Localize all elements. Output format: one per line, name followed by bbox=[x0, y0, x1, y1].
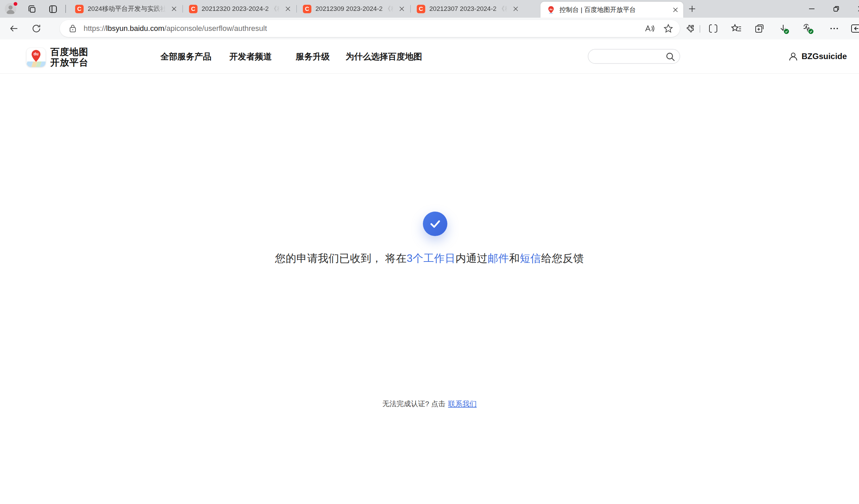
url-path: /apiconsole/userflow/authresult bbox=[164, 24, 267, 33]
workspaces-button[interactable] bbox=[27, 4, 37, 14]
back-button[interactable] bbox=[9, 23, 19, 34]
browser-tab-4[interactable]: C 20212307 2023-2024-2 《移动平 bbox=[411, 0, 524, 18]
tab-title: 20212320 2023-2024-2 《移动平 bbox=[201, 4, 282, 13]
check-icon bbox=[428, 217, 442, 231]
close-icon bbox=[857, 5, 859, 12]
message-part: 给您反馈 bbox=[541, 252, 584, 264]
logo-pin-text: du bbox=[27, 52, 46, 57]
tab-title: 2024移动平台开发与实践社区-CS bbox=[88, 4, 168, 13]
sidebar-panel-button[interactable] bbox=[850, 23, 859, 34]
message-part: 和 bbox=[509, 252, 520, 264]
ellipsis-icon bbox=[830, 24, 839, 33]
nav-why-baidu-map[interactable]: 为什么选择百度地图 bbox=[346, 40, 422, 73]
toolbar-divider bbox=[699, 25, 700, 33]
baidu-map-favicon: du bbox=[547, 5, 555, 14]
help-note: 无法完成认证? 点击联系我们 bbox=[0, 399, 859, 409]
split-screen-icon bbox=[708, 24, 718, 33]
nav-developer-channel[interactable]: 开发者频道 bbox=[229, 40, 272, 73]
refresh-button[interactable] bbox=[31, 23, 42, 34]
minimize-button[interactable] bbox=[801, 0, 823, 18]
refresh-icon bbox=[32, 24, 41, 33]
csdn-favicon: C bbox=[189, 5, 197, 13]
plus-icon bbox=[688, 5, 696, 13]
tab-actions-button[interactable] bbox=[48, 4, 58, 14]
svg-text:du: du bbox=[549, 7, 553, 11]
message-part: 您的申请我们已收到， 将在 bbox=[275, 252, 407, 264]
favorites-button[interactable] bbox=[731, 23, 742, 34]
new-tab-button[interactable] bbox=[687, 4, 697, 14]
minimize-icon bbox=[808, 5, 815, 12]
message-link-workdays[interactable]: 3个工作日 bbox=[407, 252, 455, 264]
restore-icon bbox=[833, 5, 840, 12]
tab-title: 20212309 2023-2024-2 《移动平 bbox=[315, 4, 395, 13]
browser-tab-1[interactable]: C 2024移动平台开发与实践社区-CS bbox=[70, 0, 182, 18]
csdn-favicon: C bbox=[75, 5, 84, 13]
collections-button[interactable] bbox=[754, 23, 765, 34]
nav-all-products[interactable]: 全部服务产品 bbox=[161, 40, 211, 73]
site-security-icon[interactable] bbox=[69, 24, 77, 33]
message-part: 内通过 bbox=[455, 252, 488, 264]
collections-icon bbox=[755, 24, 764, 33]
browser-toolbar: https://lbsyun.baidu.com/apiconsole/user… bbox=[0, 18, 859, 40]
workspaces-icon bbox=[28, 5, 36, 14]
vertical-tabs-icon bbox=[49, 5, 58, 14]
tab-close-icon[interactable] bbox=[170, 5, 178, 13]
browser-tab-2[interactable]: C 20212320 2023-2024-2 《移动平 bbox=[184, 0, 296, 18]
browser-tab-3[interactable]: C 20212309 2023-2024-2 《移动平 bbox=[298, 0, 410, 18]
logo-line2: 开放平台 bbox=[50, 58, 88, 68]
download-done-badge bbox=[783, 28, 790, 35]
browser-essentials-button[interactable] bbox=[802, 23, 813, 34]
downloads-button[interactable] bbox=[778, 23, 789, 34]
read-aloud-icon bbox=[645, 24, 655, 33]
browser-window: C 2024移动平台开发与实践社区-CS C 20212320 2023-202… bbox=[0, 0, 859, 504]
message-link-sms[interactable]: 短信 bbox=[520, 252, 541, 264]
settings-menu-button[interactable] bbox=[829, 23, 840, 34]
success-check-circle bbox=[423, 211, 447, 236]
tab-close-icon[interactable] bbox=[512, 5, 519, 13]
tabstrip-divider bbox=[65, 5, 66, 13]
tab-divider bbox=[297, 5, 297, 13]
tab-title: 控制台 | 百度地图开放平台 bbox=[559, 5, 669, 14]
site-search-box[interactable] bbox=[588, 49, 680, 64]
tab-divider bbox=[183, 5, 183, 13]
star-icon bbox=[664, 24, 673, 33]
sidebar-arrow-icon bbox=[851, 24, 859, 33]
url-host: lbsyun.baidu.com bbox=[106, 24, 164, 33]
logo-line1: 百度地图 bbox=[50, 47, 88, 58]
split-screen-button[interactable] bbox=[708, 23, 719, 34]
message-link-email[interactable]: 邮件 bbox=[487, 252, 509, 264]
favorite-star-button[interactable] bbox=[664, 24, 673, 33]
read-aloud-button[interactable] bbox=[645, 24, 655, 33]
url-text[interactable]: https://lbsyun.baidu.com/apiconsole/user… bbox=[84, 24, 267, 33]
tab-close-icon[interactable] bbox=[672, 6, 679, 14]
tab-strip: C 2024移动平台开发与实践社区-CS C 20212320 2023-202… bbox=[0, 0, 859, 18]
tab-title: 20212307 2023-2024-2 《移动平 bbox=[430, 4, 509, 13]
extensions-button[interactable] bbox=[684, 23, 695, 34]
csdn-favicon: C bbox=[303, 5, 311, 13]
username: BZGsuicide bbox=[801, 52, 847, 61]
close-window-button[interactable] bbox=[850, 0, 859, 18]
tab-close-icon[interactable] bbox=[398, 5, 406, 13]
browser-tab-active[interactable]: du 控制台 | 百度地图开放平台 bbox=[541, 2, 683, 18]
page-content: 您的申请我们已收到， 将在3个工作日内通过邮件和短信给您反馈 无法完成认证? 点… bbox=[0, 74, 859, 504]
profile-notification-dot bbox=[13, 1, 18, 6]
site-header: du 百度地图 开放平台 全部服务产品 开发者频道 服务升级 为什么选择百度地图 bbox=[0, 40, 859, 74]
user-icon bbox=[789, 52, 798, 61]
address-bar[interactable]: https://lbsyun.baidu.com/apiconsole/user… bbox=[60, 20, 680, 37]
back-arrow-icon bbox=[9, 23, 19, 34]
site-search-input[interactable] bbox=[594, 50, 664, 63]
user-account[interactable]: BZGsuicide bbox=[789, 40, 847, 73]
restore-button[interactable] bbox=[825, 0, 847, 18]
contact-us-link[interactable]: 联系我们 bbox=[448, 400, 477, 408]
nav-service-upgrade[interactable]: 服务升级 bbox=[296, 40, 330, 73]
tab-divider bbox=[410, 5, 411, 13]
url-scheme: https:// bbox=[84, 24, 106, 33]
puzzle-icon bbox=[685, 24, 695, 33]
search-icon[interactable] bbox=[665, 52, 675, 62]
tab-close-icon[interactable] bbox=[284, 5, 292, 13]
baidu-map-logo[interactable]: du 百度地图 开放平台 bbox=[27, 47, 88, 68]
result-message: 您的申请我们已收到， 将在3个工作日内通过邮件和短信给您反馈 bbox=[0, 251, 859, 266]
favorites-star-list-icon bbox=[731, 24, 741, 33]
essentials-ok-badge bbox=[808, 28, 814, 35]
map-pin-icon bbox=[27, 49, 46, 66]
